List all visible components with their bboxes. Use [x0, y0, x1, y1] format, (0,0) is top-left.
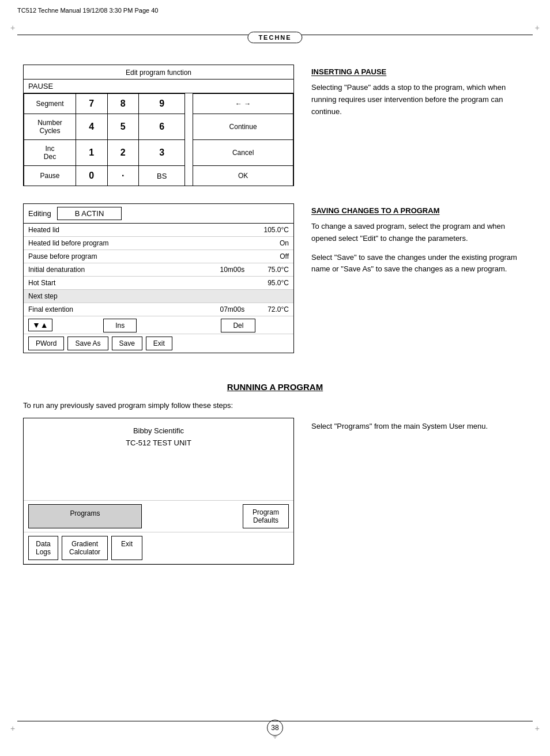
screen1: Edit program function PAUSE Segment 7 8 … [23, 65, 294, 186]
keypad-key-9[interactable]: 9 [139, 94, 185, 114]
running-screen-header: Bibby Scientific TC-512 TEST UNIT [24, 418, 293, 454]
crosshair-bottom-center: + [273, 732, 277, 741]
screen2-container: Editing B ACTIN Heated lid 105.0°C Heate… [23, 203, 294, 353]
keypad-key-8[interactable]: 8 [107, 94, 139, 114]
pword-button[interactable]: PWord [28, 337, 64, 350]
screen3: Bibby Scientific TC-512 TEST UNIT Progra… [23, 418, 294, 565]
saving-body-2: Select "Save" to save the changes under … [311, 252, 527, 276]
bottom-buttons-row: PWord Save As Save Exit [24, 334, 293, 353]
screen1-pause-label: PAUSE [24, 80, 293, 93]
page-header: TC512 Techne Manual 19/12/08 3:30 PM Pag… [0, 0, 550, 18]
section-saving-text: SAVING CHANGES TO A PROGRAM To change a … [311, 203, 527, 353]
keypad-key-dot[interactable]: · [107, 166, 139, 186]
save-as-button[interactable]: Save As [67, 337, 108, 350]
header-text: TC512 Techne Manual 19/12/08 3:30 PM Pag… [17, 7, 158, 14]
screen3-container: Bibby Scientific TC-512 TEST UNIT Progra… [23, 418, 294, 565]
editing-label: Editing [28, 209, 51, 218]
keypad-action-continue[interactable]: Continue [193, 114, 293, 140]
keypad-label-number-cycles: NumberCycles [24, 114, 76, 140]
keypad-spacer-3 [185, 140, 193, 166]
keypad-spacer-2 [185, 114, 193, 140]
editing-data-row-1: Heated lid 105.0°C [24, 224, 293, 237]
keypad-key-4[interactable]: 4 [76, 114, 108, 140]
keypad-key-2[interactable]: 2 [107, 140, 139, 166]
running-btn-row2: Data Logs Gradient Calculator Exit [24, 532, 293, 564]
crosshair-bottom-right: + [535, 724, 540, 733]
saving-heading: SAVING CHANGES TO A PROGRAM [311, 206, 527, 215]
editing-data-row-4: Initial denaturation 10m00s 75.0°C [24, 263, 293, 277]
arrows-ins-del-row: ▼▲ Ins Del [24, 316, 293, 334]
keypad-spacer-1 [185, 94, 193, 114]
crosshair-top-right: + [535, 23, 540, 32]
keypad-key-7[interactable]: 7 [76, 94, 108, 114]
running-right-text: Select "Programs" from the main System U… [311, 418, 527, 565]
running-description: Select "Programs" from the main System U… [311, 421, 527, 433]
editing-data-row-7: Final extention 07m00s 72.0°C [24, 303, 293, 316]
program-defaults-button[interactable]: Program Defaults [243, 504, 289, 528]
running-line2: TC-512 TEST UNIT [28, 437, 289, 449]
running-line1: Bibby Scientific [28, 425, 289, 437]
keypad-key-bs[interactable]: BS [139, 166, 185, 186]
inserting-heading: INSERTING A PAUSE [311, 67, 527, 76]
keypad-key-0[interactable]: 0 [76, 166, 108, 186]
del-button[interactable]: Del [221, 319, 255, 332]
keypad-row-4: Pause 0 · BS OK [24, 166, 293, 186]
keypad-action-cancel[interactable]: Cancel [193, 140, 293, 166]
keypad-key-3[interactable]: 3 [139, 140, 185, 166]
editing-header-row: Editing B ACTIN [24, 204, 293, 224]
gradient-calculator-button[interactable]: Gradient Calculator [62, 536, 108, 560]
running-screen-body [24, 454, 293, 500]
keypad-label-pause: Pause [24, 166, 76, 186]
running-intro: To run any previously saved program simp… [23, 401, 527, 410]
keypad-key-6[interactable]: 6 [139, 114, 185, 140]
running-btn-row1: Programs Program Defaults [24, 500, 293, 532]
section-running: Bibby Scientific TC-512 TEST UNIT Progra… [23, 418, 527, 565]
keypad-row-2: NumberCycles 4 5 6 Continue [24, 114, 293, 140]
ins-spacer: Ins [70, 321, 171, 330]
editing-data-row-5: Hot Start 95.0°C [24, 277, 293, 290]
keypad-table: Segment 7 8 9 ← → NumberCycles 4 5 6 Con… [24, 93, 293, 186]
programs-button[interactable]: Programs [28, 504, 142, 528]
keypad-label-segment: Segment [24, 94, 76, 114]
exit-button[interactable]: Exit [146, 337, 172, 350]
section-inserting-pause: Edit program function PAUSE Segment 7 8 … [23, 65, 527, 186]
program-name: B ACTIN [57, 207, 122, 220]
crosshair-bottom-left: + [10, 724, 15, 733]
data-logs-button[interactable]: Data Logs [28, 536, 58, 560]
keypad-label-inc-dec: IncDec [24, 140, 76, 166]
screen2: Editing B ACTIN Heated lid 105.0°C Heate… [23, 203, 294, 353]
saving-body-1: To change a saved program, select the pr… [311, 221, 527, 245]
keypad-spacer-4 [185, 166, 193, 186]
running-section-heading: RUNNING A PROGRAM [23, 382, 527, 392]
techne-logo: TECHNE [247, 32, 302, 43]
editing-data-row-3: Pause before program Off [24, 250, 293, 263]
inserting-body: Selecting "Pause" adds a stop to the pro… [311, 82, 527, 118]
screen1-container: Edit program function PAUSE Segment 7 8 … [23, 65, 294, 186]
screen1-title: Edit program function [24, 65, 293, 80]
keypad-key-5[interactable]: 5 [107, 114, 139, 140]
keypad-action-ok[interactable]: OK [193, 166, 293, 186]
keypad-row-3: IncDec 1 2 3 Cancel [24, 140, 293, 166]
keypad-action-arrows[interactable]: ← → [193, 94, 293, 114]
del-spacer: Del [188, 321, 289, 330]
editing-data-row-6: Next step [24, 290, 293, 303]
ins-button[interactable]: Ins [103, 319, 137, 332]
crosshair-top-left: + [10, 23, 15, 32]
exit-btn-running[interactable]: Exit [111, 536, 142, 560]
section-inserting-text: INSERTING A PAUSE Selecting "Pause" adds… [311, 65, 527, 186]
editing-data-row-2: Heated lid before program On [24, 237, 293, 250]
keypad-row-1: Segment 7 8 9 ← → [24, 94, 293, 114]
keypad-key-1[interactable]: 1 [76, 140, 108, 166]
save-button[interactable]: Save [112, 337, 142, 350]
section-saving: Editing B ACTIN Heated lid 105.0°C Heate… [23, 203, 527, 353]
arrow-buttons[interactable]: ▼▲ [28, 319, 52, 331]
